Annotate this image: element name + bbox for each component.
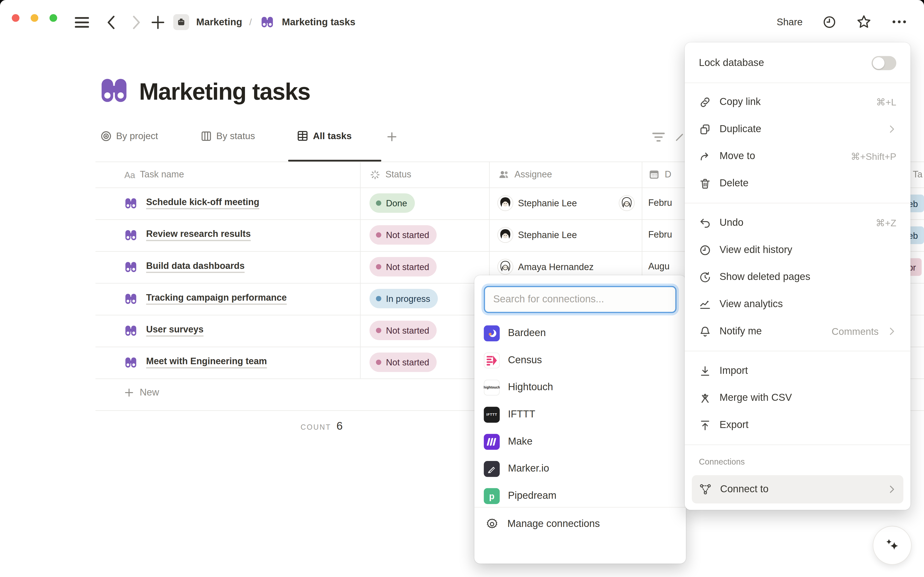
clock-icon [699,244,711,256]
breadcrumb-root[interactable]: Marketing [196,17,242,28]
undo-icon [699,217,711,229]
pipedream-logo: p [484,488,500,504]
status-spinner-icon [370,169,381,180]
edit-history-icon[interactable] [822,15,837,29]
minimize-window-button[interactable] [31,14,38,22]
breadcrumb: Marketing / Marketing tasks [173,14,355,30]
connection-item[interactable]: Census [474,347,686,374]
status-badge[interactable]: Not started [370,257,437,277]
connection-item[interactable]: IFTTT IFTTT [474,401,686,428]
analytics-icon [699,298,711,310]
task-name-link[interactable]: Meet with Engineering team [146,356,267,367]
chevron-right-icon [887,327,896,336]
column-header-task-name[interactable]: Aa Task name [124,167,184,182]
menu-item-view-edit-history[interactable]: View edit history [692,236,903,264]
menu-item-undo[interactable]: Undo ⌘+Z [692,209,903,236]
task-name-link[interactable]: Schedule kick-off meeting [146,197,259,208]
column-header-tags[interactable]: Ta [913,167,922,182]
date-cell[interactable]: Febru [648,197,672,208]
task-name-link[interactable]: Tracking campaign performance [146,292,287,303]
menu-item-move-to[interactable]: Move to ⌘+Shift+P [692,143,903,170]
forward-icon[interactable] [129,15,143,30]
more-options-icon[interactable] [891,14,908,30]
task-page-icon [124,228,138,242]
make-logo [484,434,500,450]
status-badge[interactable]: Not started [370,225,437,245]
avatar [498,196,513,210]
menu-item-merge-with-csv[interactable]: Merge with CSV [692,384,903,412]
plus-icon [124,387,134,398]
connections-search-input[interactable] [484,286,677,313]
page-icon-binoculars[interactable] [98,74,130,107]
assignee-cell[interactable]: Stephanie Lee [498,227,577,242]
task-name-link[interactable]: Review research results [146,229,251,239]
menu-item-view-analytics[interactable]: View analytics [692,290,903,318]
manage-connections-button[interactable]: Manage connections [474,508,599,531]
status-badge[interactable]: Done [370,193,415,213]
date-cell[interactable]: Febru [648,229,672,240]
census-logo [484,352,500,368]
new-page-icon[interactable] [151,15,165,30]
avatar-secondary[interactable] [619,196,634,210]
count-summary[interactable]: COUNT 6 [301,420,343,433]
add-view-icon[interactable] [386,131,398,143]
favorite-star-icon[interactable] [856,14,871,30]
merge-icon [699,392,711,404]
popup-footer: Manage connections [474,508,686,564]
connection-item[interactable]: Marker.io [474,455,686,482]
status-badge[interactable]: In progress [370,289,438,308]
column-header-assignee[interactable]: Assignee [498,167,552,182]
notion-ai-button[interactable] [873,527,911,564]
connection-item[interactable]: hightouch Hightouch [474,374,686,401]
menu-item-delete[interactable]: Delete [692,170,903,197]
breadcrumb-separator: / [249,17,252,27]
sort-icon[interactable] [675,133,684,141]
menu-item-export[interactable]: Export [692,411,903,438]
restore-clock-icon [699,271,711,283]
calendar-icon [648,169,660,180]
assignee-cell[interactable]: Stephanie Lee [498,196,577,210]
window-controls [12,14,57,22]
target-icon [100,130,112,142]
lock-database-row[interactable]: Lock database [692,50,903,77]
page-title[interactable]: Marketing tasks [139,79,310,105]
date-cell[interactable]: Augu [648,261,670,272]
connection-item[interactable]: Make [474,428,686,455]
markerio-logo [484,461,500,477]
breadcrumb-current[interactable]: Marketing tasks [282,17,355,28]
lock-database-toggle[interactable] [871,56,896,70]
zoom-window-button[interactable] [50,14,57,22]
tab-by-project[interactable]: By project [100,130,158,142]
column-header-date[interactable]: D [648,167,671,182]
task-name-link[interactable]: User surveys [146,324,203,335]
menu-item-import[interactable]: Import [692,357,903,384]
sidebar-menu-icon[interactable] [74,15,90,30]
trash-icon [699,177,711,189]
assignee-cell[interactable]: Amaya Hernandez [498,259,594,274]
task-page-icon [124,292,138,306]
sparkles-icon [882,535,902,555]
back-icon[interactable] [104,15,118,30]
column-header-status[interactable]: Status [370,167,411,182]
table-icon [296,130,309,142]
menu-item-duplicate[interactable]: Duplicate [692,116,903,143]
status-badge[interactable]: Not started [370,321,437,340]
menu-item-copy-link[interactable]: Copy link ⌘+L [692,88,903,116]
chevron-right-icon [887,485,896,494]
menu-item-show-deleted-pages[interactable]: Show deleted pages [692,264,903,291]
share-button[interactable]: Share [777,16,803,27]
gear-icon [485,517,498,530]
task-name-link[interactable]: Build data dashboards [146,261,244,271]
close-window-button[interactable] [12,14,19,22]
menu-item-connect-to[interactable]: Connect to [692,475,903,504]
tab-by-status[interactable]: By status [201,130,255,142]
marketing-page-icon[interactable] [173,14,189,30]
status-badge[interactable]: Not started [370,352,437,372]
connections-popup: Bardeen Census hightouch Hightouch IFTTT… [474,276,686,564]
connection-item[interactable]: p Pipedream [474,482,686,507]
tab-all-tasks[interactable]: All tasks [296,130,352,142]
filter-icon[interactable] [652,132,666,143]
menu-item-notify-me[interactable]: Notify me Comments [692,318,903,345]
new-row-button[interactable]: New [124,387,159,398]
connection-item[interactable]: Bardeen [474,319,686,347]
